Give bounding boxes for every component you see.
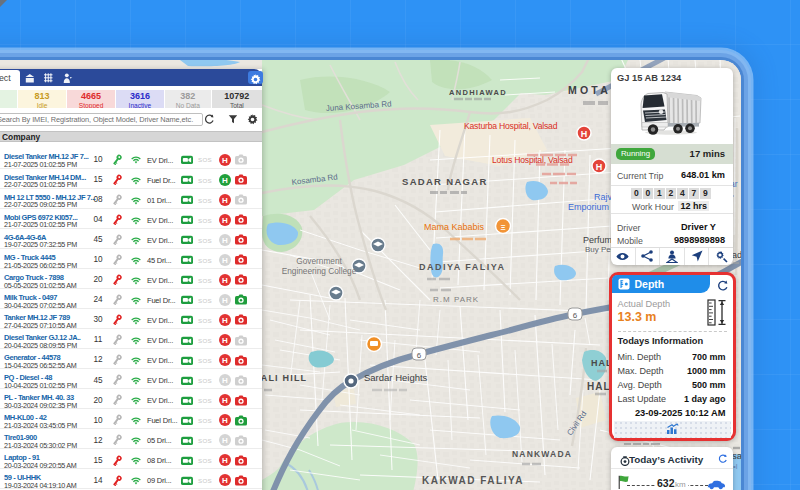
svg-text:NANKWADA: NANKWADA	[512, 449, 572, 459]
svg-text:H: H	[596, 162, 603, 172]
svg-text:sa: sa	[732, 450, 741, 461]
svg-text:H: H	[581, 129, 588, 139]
svg-text:Mama Kababis: Mama Kababis	[424, 222, 485, 232]
svg-text:•l: •l	[733, 462, 738, 471]
svg-text:DADIYA FALIYA: DADIYA FALIYA	[419, 262, 506, 272]
svg-text:6: 6	[573, 311, 578, 320]
svg-text:ad: ad	[732, 250, 741, 260]
svg-text:ANDHIAWAD: ANDHIAWAD	[449, 88, 507, 97]
svg-text:Sardar Heights: Sardar Heights	[364, 372, 428, 383]
svg-text:Ξ: Ξ	[500, 223, 505, 232]
svg-text:6: 6	[417, 351, 422, 360]
svg-text:Buy Per: Buy Per	[585, 245, 614, 254]
svg-text:Engineering College: Engineering College	[282, 266, 357, 276]
svg-text:Government: Government	[296, 256, 342, 266]
svg-text:SADAR NAGAR: SADAR NAGAR	[402, 176, 488, 187]
svg-text:Kasturba Hospital, Valsad: Kasturba Hospital, Valsad	[464, 121, 558, 131]
svg-text:R.M PARK: R.M PARK	[433, 295, 479, 304]
svg-text:KAKWAD FALIYA: KAKWAD FALIYA	[422, 475, 524, 486]
